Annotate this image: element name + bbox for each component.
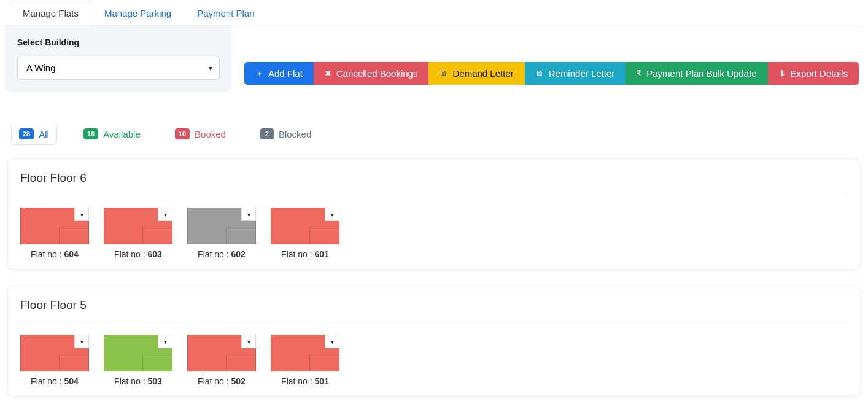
cancelled-bookings-label: Cancelled Bookings (336, 68, 418, 79)
flat-plan-icon: ▾ (20, 335, 89, 371)
caret-down-icon: ▾ (331, 211, 334, 218)
flat-label-prefix: Flat no : (114, 249, 147, 259)
status-filters: 28 All 16 Available 10 Booked 2 Blocked (11, 123, 863, 145)
export-details-label: Export Details (791, 68, 848, 79)
flat-number: 601 (315, 249, 329, 259)
flat-number: 501 (315, 376, 329, 386)
floor-panel-6: Floor Floor 6 ▾ Flat no : 604 ▾ Flat no … (7, 158, 861, 270)
building-select[interactable]: A Wing (17, 56, 220, 80)
flat-plan-icon: ▾ (20, 208, 89, 244)
filter-all-count: 28 (19, 128, 34, 139)
caret-down-icon: ▾ (247, 211, 250, 218)
flat-card-503[interactable]: ▾ Flat no : 503 (104, 335, 172, 386)
flat-label-prefix: Flat no : (198, 249, 231, 259)
select-building-label: Select Building (17, 37, 220, 47)
tabs-bar: Manage Flats Manage Parking Payment Plan (5, 0, 863, 25)
flat-label: Flat no : 602 (187, 249, 256, 259)
demand-letter-label: Demand Letter (452, 68, 513, 79)
reminder-letter-label: Reminder Letter (549, 68, 615, 79)
flat-menu-button[interactable]: ▾ (241, 208, 256, 221)
filter-all-label: All (39, 129, 49, 139)
flat-label-prefix: Flat no : (31, 249, 64, 259)
rupee-icon: ₹ (637, 69, 641, 77)
action-toolbar: ＋ Add Flat ✖ Cancelled Bookings 🗎 Demand… (244, 62, 859, 85)
flat-label-prefix: Flat no : (198, 376, 231, 386)
cancelled-bookings-button[interactable]: ✖ Cancelled Bookings (314, 62, 429, 85)
flat-menu-button[interactable]: ▾ (158, 335, 172, 348)
floor-panel-5: Floor Floor 5 ▾ Flat no : 504 ▾ Flat no … (7, 286, 861, 397)
filter-available[interactable]: 16 Available (76, 123, 149, 145)
flat-card-502[interactable]: ▾ Flat no : 502 (187, 335, 256, 386)
caret-down-icon: ▾ (247, 338, 250, 345)
flat-menu-button[interactable]: ▾ (74, 208, 89, 221)
caret-down-icon: ▾ (80, 338, 83, 345)
flat-label-prefix: Flat no : (114, 376, 147, 386)
floor-title: Floor Floor 5 (20, 298, 848, 322)
tab-payment-plan[interactable]: Payment Plan (184, 1, 267, 25)
flat-number: 503 (148, 376, 162, 386)
flat-row: ▾ Flat no : 604 ▾ Flat no : 603 ▾ (20, 208, 848, 259)
flat-label-prefix: Flat no : (281, 376, 314, 386)
select-building-panel: Select Building A Wing ▾ (5, 25, 232, 92)
controls-row: Select Building A Wing ▾ ＋ Add Flat ✖ Ca… (5, 25, 863, 92)
flat-label-prefix: Flat no : (281, 249, 314, 259)
flat-plan-icon: ▾ (187, 208, 256, 244)
document-icon: 🗎 (440, 69, 448, 77)
flat-plan-icon: ▾ (187, 335, 256, 371)
flat-card-604[interactable]: ▾ Flat no : 604 (20, 208, 89, 259)
flat-menu-button[interactable]: ▾ (158, 208, 172, 221)
tab-manage-flats[interactable]: Manage Flats (10, 1, 91, 25)
flat-plan-icon: ▾ (271, 208, 339, 244)
caret-down-icon: ▾ (80, 211, 83, 218)
payment-plan-bulk-button[interactable]: ₹ Payment Plan Bulk Update (626, 62, 767, 85)
filter-blocked-label: Blocked (279, 129, 311, 139)
flat-plan-icon: ▾ (104, 335, 172, 371)
flat-menu-button[interactable]: ▾ (241, 335, 256, 348)
add-flat-label: Add Flat (268, 68, 303, 79)
tab-manage-parking[interactable]: Manage Parking (91, 1, 184, 25)
filter-blocked-count: 2 (260, 128, 274, 139)
payment-plan-bulk-label: Payment Plan Bulk Update (646, 68, 756, 79)
flat-menu-button[interactable]: ▾ (325, 335, 339, 348)
flat-label: Flat no : 604 (20, 249, 89, 259)
filter-available-count: 16 (83, 128, 98, 139)
flat-label-prefix: Flat no : (31, 376, 64, 386)
flat-card-602[interactable]: ▾ Flat no : 602 (187, 208, 256, 259)
filter-all[interactable]: 28 All (11, 123, 57, 145)
flat-card-603[interactable]: ▾ Flat no : 603 (104, 208, 172, 259)
flat-label: Flat no : 501 (271, 376, 339, 386)
flat-label: Flat no : 504 (20, 376, 89, 386)
flat-number: 603 (148, 249, 162, 259)
filter-booked[interactable]: 10 Booked (167, 123, 234, 145)
filter-available-label: Available (103, 129, 141, 139)
close-icon: ✖ (325, 69, 331, 77)
flat-number: 504 (64, 376, 79, 386)
building-select-wrap: A Wing ▾ (17, 56, 220, 80)
flat-number: 502 (231, 376, 246, 386)
demand-letter-button[interactable]: 🗎 Demand Letter (428, 62, 524, 85)
caret-down-icon: ▾ (331, 338, 334, 345)
flat-plan-icon: ▾ (271, 335, 339, 371)
flat-number: 602 (231, 249, 246, 259)
floor-title: Floor Floor 6 (20, 171, 848, 195)
flat-card-601[interactable]: ▾ Flat no : 601 (271, 208, 339, 259)
flat-label: Flat no : 603 (104, 249, 172, 259)
add-flat-button[interactable]: ＋ Add Flat (244, 62, 314, 85)
caret-down-icon: ▾ (164, 338, 167, 345)
export-details-button[interactable]: ⬇ Export Details (768, 62, 859, 85)
caret-down-icon: ▾ (164, 211, 167, 218)
flat-label: Flat no : 502 (187, 376, 256, 386)
flat-row: ▾ Flat no : 504 ▾ Flat no : 503 ▾ (20, 335, 848, 386)
filter-booked-count: 10 (175, 128, 190, 139)
flat-menu-button[interactable]: ▾ (325, 208, 339, 221)
flat-card-504[interactable]: ▾ Flat no : 504 (20, 335, 89, 386)
flat-label: Flat no : 503 (104, 376, 172, 386)
flat-card-501[interactable]: ▾ Flat no : 501 (271, 335, 339, 386)
filter-blocked[interactable]: 2 Blocked (252, 123, 319, 145)
flat-menu-button[interactable]: ▾ (74, 335, 89, 348)
flat-number: 604 (64, 249, 79, 259)
plus-icon: ＋ (255, 69, 263, 77)
document-icon: 🗎 (536, 69, 544, 77)
download-icon: ⬇ (779, 69, 786, 77)
reminder-letter-button[interactable]: 🗎 Reminder Letter (525, 62, 626, 85)
